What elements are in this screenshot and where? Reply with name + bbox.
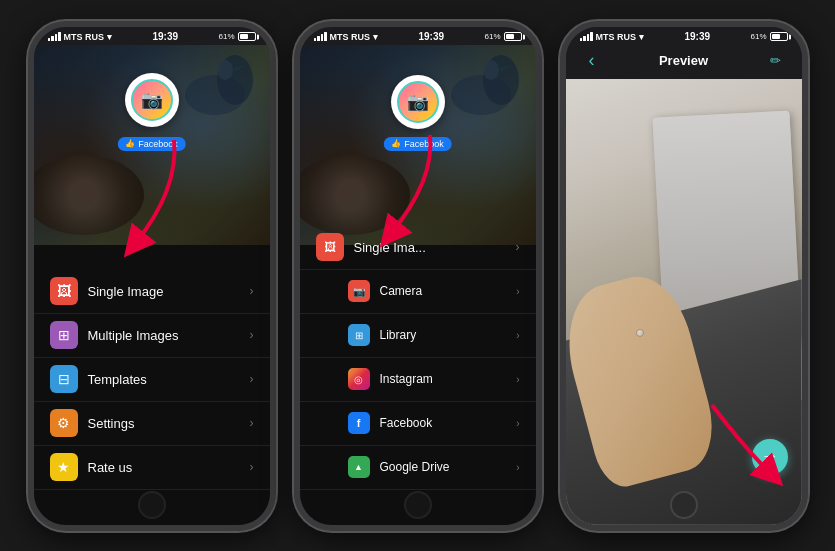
status-bar-3: MTS RUS ▾ 19:39 61% bbox=[566, 27, 802, 45]
settings-icon-1: ⚙ bbox=[50, 409, 78, 437]
menu-item-multiple-images-1[interactable]: ⊞ Multiple Images › bbox=[34, 314, 270, 358]
carrier-1: MTS RUS ▾ bbox=[48, 32, 113, 42]
signal-icon-3 bbox=[580, 32, 593, 41]
gdrive-sub-icon: ▲ bbox=[348, 456, 370, 478]
carrier-3: MTS RUS ▾ bbox=[580, 32, 645, 42]
battery-icon-3 bbox=[770, 32, 788, 41]
chevron-1-2: › bbox=[250, 328, 254, 342]
app-icon-inner-1: 📷 bbox=[131, 79, 173, 121]
app-icon-inner-2: 📷 bbox=[397, 81, 439, 123]
phone-2: MTS RUS ▾ 19:39 61% 📷 bbox=[294, 21, 542, 531]
camera-icon-2: 📷 bbox=[407, 91, 429, 113]
submenu-gdrive[interactable]: ▲ Google Drive › bbox=[300, 446, 536, 490]
single-image-label-2: Single Ima... bbox=[354, 240, 516, 255]
facebook-sub-icon: f bbox=[348, 412, 370, 434]
rate-label-1: Rate us bbox=[88, 460, 250, 475]
phone-3: MTS RUS ▾ 19:39 61% ‹ Preview ✏ bbox=[560, 21, 808, 531]
status-bar-2: MTS RUS ▾ 19:39 61% bbox=[300, 27, 536, 45]
battery-area-2: 61% bbox=[484, 32, 521, 41]
settings-label-1: Settings bbox=[88, 416, 250, 431]
back-button[interactable]: ‹ bbox=[580, 49, 604, 73]
multiple-images-icon-1: ⊞ bbox=[50, 321, 78, 349]
instagram-label: Instagram bbox=[380, 372, 517, 386]
chevron-instagram: › bbox=[516, 374, 519, 385]
menu-item-templates-1[interactable]: ⊟ Templates › bbox=[34, 358, 270, 402]
chevron-1-1: › bbox=[250, 284, 254, 298]
chevron-1-3: › bbox=[250, 372, 254, 386]
carrier-2: MTS RUS ▾ bbox=[314, 32, 379, 42]
submenu-list-2: 🖼 Single Ima... › 📷 Camera › ⊞ Library › bbox=[300, 226, 536, 490]
battery-area-1: 61% bbox=[218, 32, 255, 41]
single-image-label-1: Single Image bbox=[88, 284, 250, 299]
time-2: 19:39 bbox=[418, 31, 444, 42]
phone-1: MTS RUS ▾ 19:39 61% 📷 bbox=[28, 21, 276, 531]
preview-title: Preview bbox=[659, 53, 708, 68]
chevron-1-5: › bbox=[250, 460, 254, 474]
camera-icon-1: 📷 bbox=[141, 89, 163, 111]
templates-icon-1: ⊟ bbox=[50, 365, 78, 393]
home-button-3[interactable] bbox=[670, 491, 698, 519]
menu-item-single-image-1[interactable]: 🖼 Single Image › bbox=[34, 270, 270, 314]
templates-label-1: Templates bbox=[88, 372, 250, 387]
multiple-images-label-1: Multiple Images bbox=[88, 328, 250, 343]
library-sub-icon: ⊞ bbox=[348, 324, 370, 346]
signal-icon-2 bbox=[314, 32, 327, 41]
menu-item-single-image-2[interactable]: 🖼 Single Ima... › bbox=[300, 226, 536, 270]
wifi-icon-1: ▾ bbox=[107, 32, 112, 42]
app-icon-2: 📷 bbox=[391, 75, 445, 129]
gdrive-label: Google Drive bbox=[380, 460, 517, 474]
screen-1: 📷 👍 Facebook 🖼 Single Imag bbox=[34, 45, 270, 525]
status-bar-1: MTS RUS ▾ 19:39 61% bbox=[34, 27, 270, 45]
battery-area-3: 61% bbox=[750, 32, 787, 41]
camera-label: Camera bbox=[380, 284, 517, 298]
chevron-gdrive: › bbox=[516, 462, 519, 473]
submenu-library[interactable]: ⊞ Library › bbox=[300, 314, 536, 358]
screen-2: 📷 👍 Facebook 🖼 Sing bbox=[300, 45, 536, 525]
preview-image: → bbox=[566, 79, 802, 525]
battery-icon-1 bbox=[238, 32, 256, 41]
single-image-icon-1: 🖼 bbox=[50, 277, 78, 305]
submenu-instagram[interactable]: ◎ Instagram › bbox=[300, 358, 536, 402]
chevron-camera: › bbox=[516, 286, 519, 297]
next-button[interactable]: → bbox=[752, 439, 788, 475]
chevron-2-top: › bbox=[516, 240, 520, 254]
preview-header: ‹ Preview ✏ bbox=[566, 45, 802, 79]
like-icon-1: 👍 bbox=[125, 139, 135, 148]
single-image-icon-2: 🖼 bbox=[316, 233, 344, 261]
camera-sub-icon: 📷 bbox=[348, 280, 370, 302]
signal-icon-1 bbox=[48, 32, 61, 41]
library-label: Library bbox=[380, 328, 517, 342]
facebook-label: Facebook bbox=[380, 416, 517, 430]
submenu-camera[interactable]: 📷 Camera › bbox=[300, 270, 536, 314]
instagram-sub-icon: ◎ bbox=[348, 368, 370, 390]
chevron-facebook: › bbox=[516, 418, 519, 429]
time-3: 19:39 bbox=[684, 31, 710, 42]
app-icon-1: 📷 bbox=[125, 73, 179, 127]
like-icon-2: 👍 bbox=[391, 139, 401, 148]
fb-badge-2: 👍 Facebook bbox=[383, 137, 452, 151]
menu-list-1: 🖼 Single Image › ⊞ Multiple Images › ⊟ T… bbox=[34, 270, 270, 490]
menu-item-settings-1[interactable]: ⚙ Settings › bbox=[34, 402, 270, 446]
chevron-library: › bbox=[516, 330, 519, 341]
edit-button[interactable]: ✏ bbox=[764, 49, 788, 73]
time-1: 19:39 bbox=[152, 31, 178, 42]
submenu-facebook[interactable]: f Facebook › bbox=[300, 402, 536, 446]
rate-icon-1: ★ bbox=[50, 453, 78, 481]
battery-icon-2 bbox=[504, 32, 522, 41]
menu-item-rate-1[interactable]: ★ Rate us › bbox=[34, 446, 270, 490]
fb-badge-1: 👍 Facebook bbox=[117, 137, 186, 151]
chevron-1-4: › bbox=[250, 416, 254, 430]
